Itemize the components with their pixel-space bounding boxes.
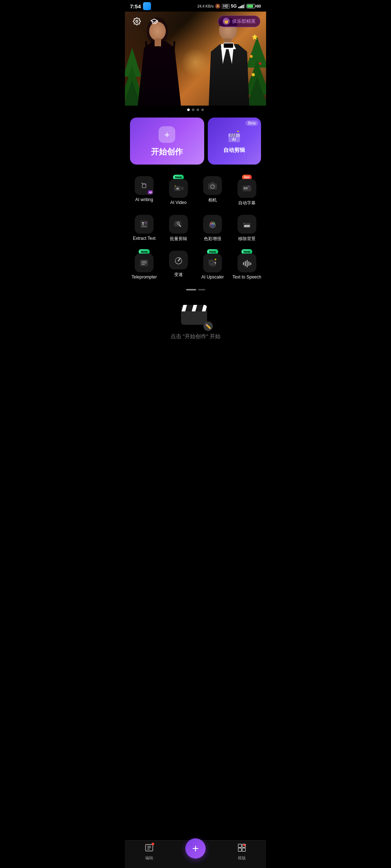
svg-point-34 bbox=[211, 224, 214, 227]
svg-marker-13 bbox=[181, 186, 184, 191]
network-type: 5G bbox=[231, 4, 237, 9]
extract-text-icon: T AI bbox=[139, 219, 149, 229]
svg-text:T: T bbox=[142, 222, 144, 226]
scroll-indicator bbox=[125, 288, 266, 294]
dot-4 bbox=[201, 109, 204, 111]
tool-text-to-speech-label: Text to Speech bbox=[232, 275, 261, 280]
tool-text-to-speech[interactable]: New Text to Speech bbox=[230, 246, 264, 284]
start-create-icon: + bbox=[159, 126, 175, 143]
tool-remove-bg-label: 移除背景 bbox=[238, 236, 256, 242]
education-icon bbox=[150, 17, 158, 25]
svg-text:AI: AI bbox=[232, 137, 236, 141]
status-bar: 7:54 24.4 KB/s 🔕 HD 5G 80 bbox=[125, 0, 266, 12]
tool-camera-label: 相机 bbox=[208, 197, 217, 203]
tool-batch-edit-label: 批量剪辑 bbox=[170, 236, 187, 242]
svg-rect-38 bbox=[243, 223, 245, 224]
tool-ai-video-label: AI Video bbox=[170, 200, 186, 205]
dot-3 bbox=[197, 109, 199, 111]
auto-edit-card[interactable]: Beta AI ✦ 自动剪辑 bbox=[208, 118, 261, 165]
tools-grid: AI ✎ AI AI writing New AI ✦ AI Video bbox=[125, 168, 266, 288]
education-button[interactable] bbox=[148, 15, 160, 27]
settings-icon bbox=[133, 17, 141, 25]
svg-text:✦: ✦ bbox=[175, 185, 176, 187]
svg-rect-61 bbox=[250, 263, 251, 265]
svg-rect-39 bbox=[245, 223, 247, 224]
battery-indicator bbox=[247, 4, 255, 8]
club-badge-text: 俱乐部精英 bbox=[232, 18, 256, 25]
empty-project-area: ✏️ 点击 "开始创作" 开始 bbox=[125, 294, 266, 362]
tool-ai-upscaler-label: AI Upscaler bbox=[201, 275, 224, 280]
tool-color-enhance-label: 色彩增强 bbox=[204, 236, 221, 242]
svg-rect-57 bbox=[243, 262, 244, 265]
svg-text:✎: ✎ bbox=[141, 182, 143, 185]
hd-badge: HD bbox=[222, 4, 229, 9]
svg-point-0 bbox=[136, 20, 138, 22]
tool-color-enhance[interactable]: 色彩增强 bbox=[196, 210, 230, 246]
tool-ai-upscaler-icon-wrap: ✦ bbox=[203, 254, 222, 272]
tool-speed[interactable]: 变速 bbox=[161, 246, 196, 284]
svg-text:AI: AI bbox=[145, 222, 147, 224]
color-enhance-icon bbox=[207, 219, 218, 229]
dot-2 bbox=[192, 109, 194, 111]
tool-batch-edit-icon-wrap bbox=[169, 215, 188, 234]
tool-camera[interactable]: 相机 bbox=[196, 172, 230, 210]
banner-dots bbox=[125, 106, 266, 114]
tool-text-to-speech-icon-wrap bbox=[237, 254, 256, 272]
svg-text:AI: AI bbox=[145, 183, 147, 185]
svg-text:CC: CC bbox=[244, 187, 248, 190]
ai-writing-icon: AI ✎ bbox=[139, 180, 149, 191]
pencil-icon: ✏️ bbox=[203, 322, 213, 331]
auto-edit-label: 自动剪辑 bbox=[223, 147, 245, 154]
tool-ai-upscaler[interactable]: New ✦ AI Upscaler bbox=[196, 246, 230, 284]
tool-ai-video-icon-wrap: AI ✦ bbox=[169, 179, 188, 198]
camera-icon bbox=[207, 180, 218, 191]
tool-batch-edit[interactable]: 批量剪辑 bbox=[161, 210, 196, 246]
tool-extract-text-icon-wrap: T AI bbox=[135, 215, 154, 234]
remove-bg-icon bbox=[242, 219, 252, 229]
speed-icon bbox=[173, 255, 184, 265]
tool-ai-writing-icon-wrap: AI ✎ AI bbox=[135, 176, 154, 195]
tool-auto-subtitle-label: 自动字幕 bbox=[238, 200, 256, 206]
club-badge[interactable]: 👑 俱乐部精英 bbox=[218, 16, 260, 27]
clapperboard bbox=[181, 305, 207, 325]
svg-rect-60 bbox=[248, 261, 249, 266]
mute-icon: 🔕 bbox=[215, 4, 220, 9]
start-create-label: 开始创作 bbox=[151, 146, 183, 157]
tool-auto-subtitle[interactable]: Hot CC AI 自动字幕 bbox=[230, 172, 264, 210]
network-speed: 24.4 KB/s bbox=[197, 4, 214, 8]
tool-remove-bg-icon-wrap bbox=[237, 215, 256, 234]
tool-camera-icon-wrap bbox=[203, 176, 222, 195]
auto-edit-icon: AI ✦ bbox=[227, 129, 242, 144]
hero-banner: ⭐ 👑 俱乐部精英 bbox=[125, 12, 266, 106]
auto-subtitle-icon: CC AI bbox=[242, 183, 252, 193]
svg-text:AI: AI bbox=[176, 187, 179, 190]
tool-ai-writing-label: AI writing bbox=[135, 197, 153, 202]
tool-speed-icon-wrap bbox=[169, 251, 188, 269]
signal-bars bbox=[238, 4, 245, 8]
svg-point-19 bbox=[213, 186, 214, 186]
svg-rect-58 bbox=[245, 261, 246, 266]
club-badge-icon: 👑 bbox=[223, 18, 230, 25]
svg-text:✦: ✦ bbox=[236, 130, 239, 133]
tool-speed-label: 变速 bbox=[174, 272, 183, 278]
settings-button[interactable] bbox=[131, 15, 143, 27]
status-right: 24.4 KB/s 🔕 HD 5G 80 bbox=[197, 4, 261, 9]
action-cards: + 开始创作 Beta AI ✦ 自动剪辑 bbox=[125, 114, 266, 168]
svg-point-48 bbox=[178, 260, 179, 261]
tool-remove-bg[interactable]: 移除背景 bbox=[230, 210, 264, 246]
tool-ai-writing[interactable]: AI ✎ AI AI writing bbox=[127, 172, 161, 210]
svg-rect-28 bbox=[175, 221, 181, 225]
start-create-card[interactable]: + 开始创作 bbox=[130, 118, 204, 165]
batch-edit-icon bbox=[173, 219, 184, 229]
banner-top-icons: 👑 俱乐部精英 bbox=[125, 12, 266, 31]
scroll-dot-1 bbox=[186, 289, 196, 290]
svg-text:✦: ✦ bbox=[214, 258, 217, 261]
text-to-speech-icon bbox=[242, 258, 252, 268]
tool-teleprompter-icon-wrap bbox=[135, 254, 154, 272]
beta-badge: Beta bbox=[245, 120, 258, 126]
tool-teleprompter[interactable]: New Teleprompter bbox=[127, 246, 161, 284]
tool-auto-subtitle-icon-wrap: CC AI bbox=[237, 179, 256, 198]
tool-extract-text[interactable]: T AI Extract Text bbox=[127, 210, 161, 246]
tool-ai-video[interactable]: New AI ✦ AI Video bbox=[161, 172, 196, 210]
battery-percent: 80 bbox=[257, 4, 261, 8]
